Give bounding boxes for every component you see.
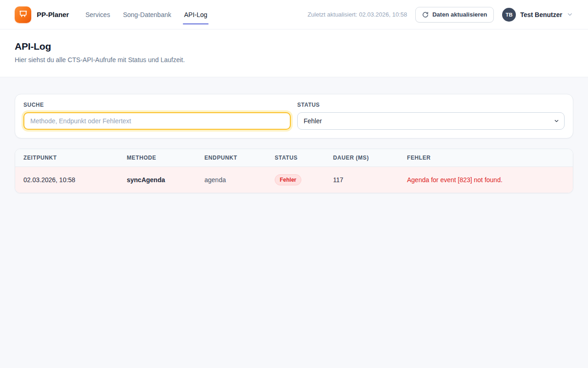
cell-methode: syncAgenda <box>119 167 196 193</box>
api-log-table-card: ZEITPUNKT METHODE ENDPUNKT STATUS DAUER … <box>15 149 573 193</box>
status-select-wrap: Fehler <box>297 112 565 130</box>
nav-item-api-log[interactable]: API-Log <box>184 9 208 20</box>
brand-name: PP-Planer <box>37 11 69 18</box>
refresh-button-label: Daten aktualisieren <box>432 11 487 18</box>
column-header-endpunkt: ENDPUNKT <box>196 149 266 167</box>
avatar: TB <box>502 8 516 22</box>
column-header-methode: METHODE <box>119 149 196 167</box>
main-content: SUCHE STATUS Fehler <box>0 77 588 210</box>
cell-zeitpunkt: 02.03.2026, 10:58 <box>15 167 119 193</box>
user-menu[interactable]: TB Test Benutzer <box>502 8 573 22</box>
chevron-down-icon <box>566 11 573 18</box>
main-nav: Services Song-Datenbank API-Log <box>85 9 207 20</box>
header-right: Zuletzt aktualisiert: 02.03.2026, 10:58 … <box>307 7 573 23</box>
page-head: API-Log Hier siehst du alle CTS-API-Aufr… <box>0 29 588 77</box>
presentation-icon <box>19 10 28 19</box>
last-updated-text: Zuletzt aktualisiert: 02.03.2026, 10:58 <box>307 11 407 18</box>
page-title: API-Log <box>15 41 573 52</box>
app-logo <box>15 6 31 23</box>
search-field-group: SUCHE <box>23 102 291 130</box>
column-header-dauer: DAUER (MS) <box>325 149 399 167</box>
refresh-icon <box>422 12 429 18</box>
search-input[interactable] <box>23 112 291 130</box>
filter-card: SUCHE STATUS Fehler <box>15 94 573 138</box>
api-log-table: ZEITPUNKT METHODE ENDPUNKT STATUS DAUER … <box>15 149 573 193</box>
table-row: 02.03.2026, 10:58 syncAgenda agenda Fehl… <box>15 167 573 193</box>
cell-status: Fehler <box>266 167 325 193</box>
status-select[interactable]: Fehler <box>297 112 565 130</box>
app-header: PP-Planer Services Song-Datenbank API-Lo… <box>0 0 588 29</box>
status-field-group: STATUS Fehler <box>297 102 565 130</box>
column-header-status: STATUS <box>266 149 325 167</box>
nav-item-song-datenbank[interactable]: Song-Datenbank <box>123 9 171 20</box>
status-badge: Fehler <box>275 174 301 185</box>
cell-dauer-ms: 117 <box>325 167 399 193</box>
page-subtitle: Hier siehst du alle CTS-API-Aufrufe mit … <box>15 56 573 63</box>
column-header-zeitpunkt: ZEITPUNKT <box>15 149 119 167</box>
user-name: Test Benutzer <box>520 11 562 18</box>
nav-item-services[interactable]: Services <box>85 9 110 20</box>
brand[interactable]: PP-Planer <box>15 6 69 23</box>
refresh-data-button[interactable]: Daten aktualisieren <box>415 7 494 23</box>
cell-endpunkt: agenda <box>196 167 266 193</box>
table-header-row: ZEITPUNKT METHODE ENDPUNKT STATUS DAUER … <box>15 149 573 167</box>
column-header-fehler: FEHLER <box>399 149 573 167</box>
status-label: STATUS <box>297 102 565 108</box>
search-label: SUCHE <box>23 102 291 108</box>
cell-fehler: Agenda for event [823] not found. <box>399 167 573 193</box>
